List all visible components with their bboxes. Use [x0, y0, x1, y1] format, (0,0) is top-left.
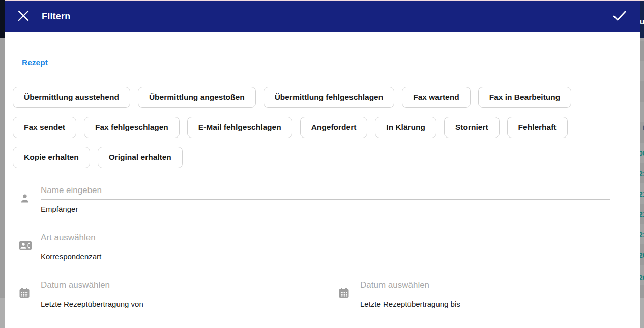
date-to-input[interactable] [360, 277, 610, 294]
date-from-input[interactable] [41, 277, 290, 294]
filter-chip-email-fehlgeschlagen[interactable]: E-Mail fehlgeschlagen [187, 117, 292, 138]
filter-chip-uebermittlung-ausstehend[interactable]: Übermittlung ausstehend [13, 87, 130, 108]
contact-card-icon [13, 230, 41, 261]
filter-chip-original-erhalten[interactable]: Original erhalten [98, 147, 183, 168]
date-to-field: Letzte Rezeptübertragung bis [332, 277, 610, 308]
backdrop-text-fragment: Li [640, 124, 644, 132]
filter-chip-fax-sendet[interactable]: Fax sendet [13, 117, 76, 138]
correspondence-type-field-label: Korrespondenzart [41, 252, 610, 261]
close-button[interactable] [17, 9, 30, 24]
filter-chip-fax-wartend[interactable]: Fax wartend [402, 87, 470, 108]
filter-chip-uebermittlung-fehlgeschlagen[interactable]: Übermittlung fehlgeschlagen [264, 87, 395, 108]
date-range-row: Letzte Rezeptübertragung von [13, 277, 610, 308]
recipient-field: Empfänger [13, 182, 610, 213]
recipient-input[interactable] [41, 182, 610, 200]
backdrop-text-fragment: 21 [640, 231, 644, 239]
check-icon [612, 9, 627, 24]
filter-chip-uebermittlung-angestossen[interactable]: Übermittlung angestoßen [138, 87, 256, 108]
backdrop-text-fragment: 21 [640, 210, 644, 218]
top-edge-line [5, 0, 644, 1]
rezept-section-link[interactable]: Rezept [22, 58, 48, 67]
filter-chip-in-klaerung[interactable]: In Klärung [375, 117, 436, 138]
person-icon [13, 182, 41, 213]
calendar-icon [332, 277, 360, 308]
filter-chip-fax-in-bearbeitung[interactable]: Fax in Bearbeitung [478, 87, 572, 108]
dialog-header: Filtern [5, 1, 640, 32]
date-from-field: Letzte Rezeptübertragung von [13, 277, 290, 308]
backdrop-text-fragment: 20 [640, 274, 644, 282]
backdrop-text-fragment: 20 [640, 251, 644, 259]
calendar-icon [13, 277, 41, 308]
correspondence-type-input[interactable] [41, 230, 610, 247]
backdrop-text-fragment: 21 [640, 170, 644, 178]
recipient-field-label: Empfänger [41, 205, 610, 213]
dialog-body: Rezept Übermittlung ausstehend Übermittl… [5, 32, 640, 308]
date-from-field-label: Letzte Rezeptübertragung von [41, 299, 290, 308]
backdrop-left-sliver [0, 0, 5, 328]
backdrop-text-fragment: 08 [640, 149, 644, 157]
close-icon [17, 9, 30, 24]
dialog-title: Filtern [42, 11, 70, 22]
backdrop-app-sidebar [0, 0, 5, 38]
backdrop-text-fragment: 21 [640, 190, 644, 198]
filter-chip-kopie-erhalten[interactable]: Kopie erhalten [13, 147, 90, 168]
footer-divider [5, 322, 640, 322]
backdrop-text-fragment: u [640, 17, 644, 26]
date-to-field-label: Letzte Rezeptübertragung bis [360, 299, 610, 308]
status-filter-chips: Übermittlung ausstehend Übermittlung ang… [13, 87, 610, 168]
filter-chip-angefordert[interactable]: Angefordert [300, 117, 368, 138]
filter-fields: Empfänger Korrespondenzart [13, 182, 610, 308]
filter-chip-storniert[interactable]: Storniert [444, 117, 500, 138]
filter-chip-fax-fehlgeschlagen[interactable]: Fax fehlgeschlagen [84, 117, 180, 138]
backdrop-right-sliver: u Li 08 21 21 21 21 20 20 [640, 0, 644, 328]
correspondence-type-field: Korrespondenzart [13, 230, 610, 261]
confirm-button[interactable] [612, 9, 627, 24]
filter-dialog: Filtern Rezept Übermittlung ausstehend Ü… [5, 1, 640, 328]
filter-chip-fehlerhaft[interactable]: Fehlerhaft [507, 117, 568, 138]
